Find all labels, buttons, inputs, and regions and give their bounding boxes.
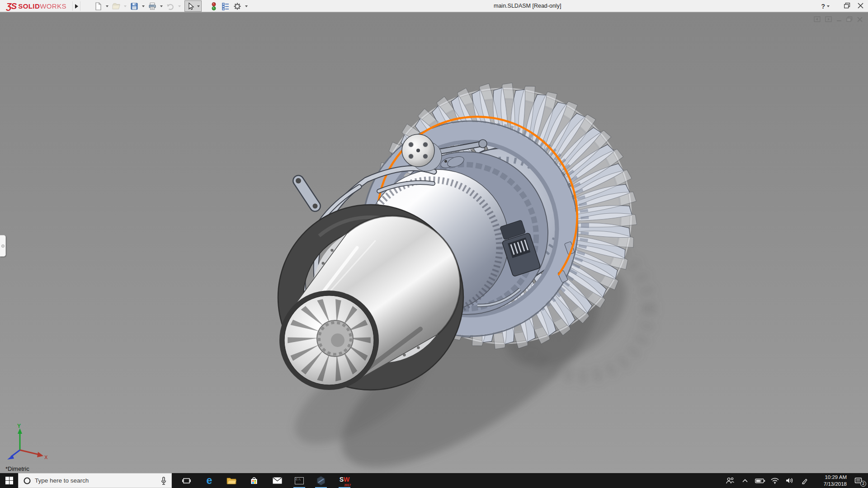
- clock-time: 10:29 AM: [814, 474, 847, 480]
- pen-icon[interactable]: [799, 473, 810, 488]
- windows-taskbar: Type here to search e C:\ SW2017: [0, 473, 868, 488]
- y-axis-label: Y: [17, 423, 21, 429]
- close-icon: [858, 3, 863, 9]
- document-window-controls: [814, 16, 863, 22]
- view-orientation-label: *Dimetric: [5, 465, 29, 472]
- restore-button[interactable]: [844, 3, 850, 10]
- brand-works: WORKS: [40, 2, 66, 10]
- flyout-arrow-icon: [75, 4, 78, 9]
- minimize-doc-icon[interactable]: [836, 16, 842, 22]
- taskbar-search[interactable]: Type here to search: [18, 473, 172, 488]
- select-cursor-icon[interactable]: [185, 1, 196, 12]
- document-title: main.SLDASM [Read-only]: [494, 0, 561, 12]
- flyout-tab-knob: [1, 244, 5, 248]
- restore-doc-icon[interactable]: [846, 16, 853, 22]
- show-right-pane-icon[interactable]: [825, 16, 832, 22]
- command-prompt-icon[interactable]: C:\: [290, 473, 308, 488]
- undo-icon[interactable]: [165, 1, 176, 12]
- start-button[interactable]: [0, 473, 18, 488]
- select-dropdown-caret[interactable]: [196, 1, 201, 12]
- print-dropdown-caret[interactable]: [159, 1, 164, 12]
- print-icon[interactable]: [147, 1, 158, 12]
- wifi-icon[interactable]: [769, 473, 780, 488]
- help-button[interactable]: ?: [821, 3, 830, 10]
- save-icon[interactable]: [129, 1, 140, 12]
- help-dropdown-caret: [827, 5, 830, 7]
- open-dropdown-caret[interactable]: [123, 1, 128, 12]
- people-icon[interactable]: [725, 473, 736, 488]
- graphics-area[interactable]: Y X *Dimetric: [0, 13, 868, 473]
- system-tray: 10:29 AM 7/13/2018 2: [725, 473, 866, 488]
- app-titlebar: ƷS SOLID WORKS: [0, 0, 868, 12]
- cortana-icon: [23, 477, 31, 485]
- featuremanager-flyout-tab[interactable]: [0, 235, 6, 257]
- hexagon-app-icon[interactable]: [312, 473, 330, 488]
- undo-dropdown-caret[interactable]: [177, 1, 182, 12]
- clock-date: 7/13/2018: [814, 481, 847, 487]
- quick-access-toolbar: [93, 0, 249, 12]
- cmd-glyph: C:\: [296, 478, 301, 481]
- options-dropdown-caret[interactable]: [244, 1, 249, 12]
- notification-badge: 2: [860, 481, 866, 487]
- microphone-icon[interactable]: [160, 477, 167, 485]
- select-tool-group: [184, 0, 202, 12]
- engine-3d-model[interactable]: [0, 13, 868, 473]
- volume-icon[interactable]: [784, 473, 795, 488]
- file-explorer-icon[interactable]: [222, 473, 241, 488]
- task-view-icon[interactable]: [177, 473, 195, 488]
- store-icon[interactable]: [245, 473, 263, 488]
- solidworks-logo: ƷS SOLID WORKS: [6, 0, 66, 12]
- window-controls: ?: [821, 0, 863, 12]
- battery-icon[interactable]: [755, 473, 765, 488]
- restore-icon: [844, 3, 850, 9]
- x-axis-label: X: [44, 455, 48, 460]
- mail-icon[interactable]: [268, 473, 286, 488]
- chevron-up-icon[interactable]: [740, 473, 750, 488]
- windows-logo-icon: [5, 477, 13, 484]
- show-left-pane-icon[interactable]: [814, 16, 821, 22]
- bracket-link: [296, 178, 318, 209]
- reference-triad: Y X: [1, 423, 48, 461]
- new-document-icon[interactable]: [93, 1, 104, 12]
- brand-solid: SOLID: [18, 2, 40, 10]
- save-dropdown-caret[interactable]: [141, 1, 146, 12]
- help-icon: ?: [821, 3, 825, 10]
- file-properties-icon[interactable]: [220, 1, 231, 12]
- menu-flyout-arrow[interactable]: [72, 1, 80, 11]
- close-doc-icon[interactable]: [857, 17, 863, 22]
- action-center-icon[interactable]: 2: [851, 473, 866, 488]
- solidworks-2017-icon[interactable]: SW2017: [335, 473, 354, 488]
- x-axis-arrow: [37, 452, 43, 457]
- open-icon[interactable]: [111, 1, 122, 12]
- close-button[interactable]: [858, 3, 863, 10]
- new-dropdown-caret[interactable]: [104, 1, 110, 12]
- options-gear-icon[interactable]: [232, 1, 243, 12]
- rebuild-traffic-light-icon[interactable]: [208, 1, 219, 12]
- search-placeholder: Type here to search: [35, 477, 89, 484]
- ds-logo-glyph: ƷS: [6, 1, 16, 11]
- edge-icon[interactable]: e: [200, 473, 218, 488]
- taskbar-clock[interactable]: 10:29 AM 7/13/2018: [814, 474, 847, 487]
